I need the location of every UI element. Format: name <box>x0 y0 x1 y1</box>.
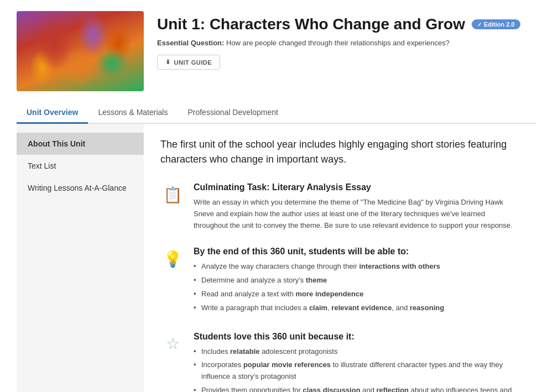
tab-lessons-materials[interactable]: Lessons & Materials <box>88 102 178 124</box>
unit-title-section: Unit 1: Characters Who Change and Grow E… <box>157 11 536 70</box>
unit-title: Unit 1: Characters Who Change and Grow <box>157 15 465 33</box>
learning-goals-title: By the end of this 360 unit, students wi… <box>194 247 520 257</box>
unit-title-row: Unit 1: Characters Who Change and Grow E… <box>157 15 536 33</box>
main-content: About This Unit Text List Writing Lesson… <box>17 124 536 392</box>
tab-professional-development[interactable]: Professional Development <box>178 102 288 124</box>
essential-question: Essential Question: How are people chang… <box>157 39 536 47</box>
culminating-task-icon: 📋 <box>160 182 185 207</box>
essential-question-label: Essential Question: <box>157 39 224 47</box>
culminating-task-title: Culminating Task: Literary Analysis Essa… <box>194 182 520 192</box>
list-item: Analyze the way characters change throug… <box>194 261 520 273</box>
list-item: Read and analyze a text with more indepe… <box>194 289 520 300</box>
students-love-title: Students love this 360 unit because it: <box>194 332 520 342</box>
bold-text: relevant evidence <box>331 304 392 312</box>
learning-goals-list: Analyze the way characters change throug… <box>194 261 520 313</box>
bold-text: reasoning <box>410 304 444 312</box>
sidebar-item-writing-lessons[interactable]: Writing Lessons At-A-Glance <box>17 177 144 199</box>
intro-text: The first unit of the school year includ… <box>160 137 520 167</box>
essential-question-text: How are people changed through their rel… <box>226 39 450 47</box>
students-love-body: Students love this 360 unit because it: … <box>194 332 520 392</box>
download-icon: ⬇ <box>165 59 171 66</box>
learning-goals-section: 💡 By the end of this 360 unit, students … <box>160 247 520 316</box>
sidebar-item-text-list[interactable]: Text List <box>17 155 144 177</box>
bold-text: interactions with others <box>359 262 440 270</box>
unit-header: Unit 1: Characters Who Change and Grow E… <box>17 11 536 91</box>
bold-text: class discussion <box>303 386 361 392</box>
tabs-bar: Unit Overview Lessons & Materials Profes… <box>17 102 536 124</box>
list-item: Write a paragraph that includes a claim,… <box>194 302 520 314</box>
sidebar-item-about-this-unit[interactable]: About This Unit <box>17 133 144 155</box>
content-area: The first unit of the school year includ… <box>144 124 536 392</box>
students-love-section: ☆ Students love this 360 unit because it… <box>160 332 520 392</box>
culminating-task-desc: Write an essay in which you determine th… <box>194 197 520 231</box>
edition-badge: Edition 2.0 <box>472 19 520 29</box>
list-item: Includes relatable adolescent protagonis… <box>194 346 520 358</box>
culminating-task-section: 📋 Culminating Task: Literary Analysis Es… <box>160 182 520 231</box>
unit-image <box>17 11 144 91</box>
students-love-icon: ☆ <box>160 332 185 356</box>
tab-unit-overview[interactable]: Unit Overview <box>17 102 88 124</box>
bold-text: reflection <box>377 386 409 392</box>
bold-text: relatable <box>230 347 259 356</box>
list-item: Provides them opportunities for class di… <box>194 385 520 392</box>
bold-text: popular movie references <box>243 360 331 369</box>
students-love-list: Includes relatable adolescent protagonis… <box>194 346 520 392</box>
learning-goals-body: By the end of this 360 unit, students wi… <box>194 247 520 316</box>
list-item: Determine and analyze a story's theme <box>194 275 520 286</box>
bold-text: more independence <box>296 290 364 298</box>
bold-text: claim <box>309 304 327 312</box>
sidebar: About This Unit Text List Writing Lesson… <box>17 124 144 392</box>
learning-goals-icon: 💡 <box>160 247 185 271</box>
unit-guide-button[interactable]: ⬇ UNIT GUIDE <box>157 55 220 70</box>
culminating-task-body: Culminating Task: Literary Analysis Essa… <box>194 182 520 231</box>
unit-guide-label: UNIT GUIDE <box>174 59 212 66</box>
bold-text: theme <box>306 276 327 284</box>
list-item: Incorporates popular movie references to… <box>194 359 520 383</box>
